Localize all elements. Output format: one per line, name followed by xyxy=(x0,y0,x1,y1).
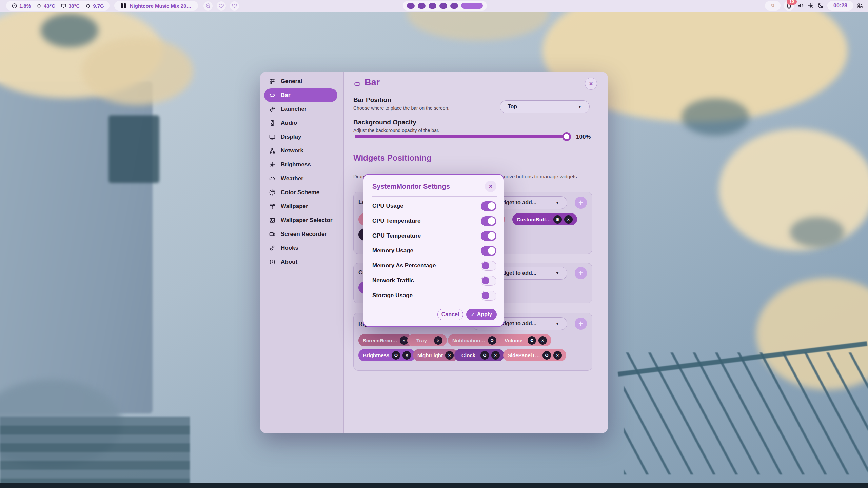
toggle-knob xyxy=(482,277,489,284)
right-widget-add-button[interactable]: + xyxy=(575,318,587,330)
chip-remove-button[interactable]: × xyxy=(400,336,408,345)
widget-chip-custombutton[interactable]: CustomButt… ⚙ × xyxy=(512,213,577,225)
page-title: Bar xyxy=(364,77,380,88)
workspace-dot[interactable] xyxy=(429,3,436,9)
workspace-dot[interactable] xyxy=(407,3,415,9)
skull-button[interactable] xyxy=(203,1,213,11)
widget-chip-tray[interactable]: Tray × xyxy=(407,334,447,346)
widget-chip-clock[interactable]: Clock ⚙ × xyxy=(454,349,504,361)
media-player-module[interactable]: Nightcore Music Mix 20… xyxy=(114,1,198,11)
background-opacity-description: Adjust the background opacity of the bar… xyxy=(353,128,439,133)
workspaces-module[interactable] xyxy=(403,1,487,11)
like-button[interactable] xyxy=(230,1,239,11)
bar-position-dropdown[interactable]: Top ▼ xyxy=(500,100,590,113)
tray-app-module[interactable] xyxy=(765,1,781,11)
left-widget-add-button[interactable]: + xyxy=(575,197,587,209)
chip-remove-button[interactable]: × xyxy=(538,336,547,345)
close-icon: × xyxy=(541,338,544,343)
sidebar-item-brightness[interactable]: Brightness xyxy=(264,158,337,171)
chip-settings-button[interactable]: ⚙ xyxy=(542,351,551,360)
sidebar-item-launcher[interactable]: Launcher xyxy=(264,102,337,116)
apply-button[interactable]: ✓ Apply xyxy=(466,309,497,320)
widgets-positioning-title: Widgets Positioning xyxy=(353,153,431,163)
sidebar-item-screen-recorder[interactable]: Screen Recorder xyxy=(264,227,337,241)
opacity-slider-knob[interactable] xyxy=(562,132,571,141)
memory-usage-toggle[interactable] xyxy=(481,246,496,256)
clock-value: 00:28 xyxy=(833,3,847,9)
toggle-row-gpu-temperature: GPU Temperature xyxy=(372,231,496,241)
chip-remove-button[interactable]: × xyxy=(553,351,562,360)
background-opacity-label: Background Opacity xyxy=(353,119,416,126)
pause-icon xyxy=(121,3,126,8)
chip-label: Notification… xyxy=(452,338,486,343)
window-close-button[interactable]: × xyxy=(585,78,597,90)
settings-sidebar: General Bar Launcher Audio Display Netwo… xyxy=(260,72,344,433)
chip-settings-button[interactable]: ⚙ xyxy=(392,351,400,360)
gpu-temperature-toggle[interactable] xyxy=(481,231,496,241)
dashboard-button[interactable] xyxy=(857,3,863,9)
sidebar-item-wallpaper[interactable]: Wallpaper xyxy=(264,200,337,213)
sidebar-item-general[interactable]: General xyxy=(264,75,337,88)
opacity-value: 100% xyxy=(576,134,591,140)
widget-chip-brightness[interactable]: Brightness ⚙ × xyxy=(358,349,415,361)
opacity-slider[interactable] xyxy=(355,135,570,138)
notifications-button[interactable]: 10 xyxy=(784,1,794,11)
widget-chip-sidepanel[interactable]: SidePanelT… ⚙ × xyxy=(503,349,566,361)
cpu-temperature-toggle[interactable] xyxy=(481,216,496,226)
memory-as-percentage-toggle[interactable] xyxy=(481,261,496,271)
volume-button[interactable] xyxy=(797,2,804,9)
night-light-button[interactable] xyxy=(817,2,824,9)
cancel-button[interactable]: Cancel xyxy=(437,309,463,320)
workspace-dot[interactable] xyxy=(439,3,447,9)
skull-icon xyxy=(205,3,211,8)
workspace-active-indicator[interactable] xyxy=(461,3,483,9)
chip-remove-button[interactable]: × xyxy=(564,215,573,224)
widget-chip-volume[interactable]: Volume ⚙ × xyxy=(497,334,551,346)
sidebar-item-audio[interactable]: Audio xyxy=(264,116,337,130)
chip-settings-button[interactable]: ⚙ xyxy=(528,336,536,345)
system-stats-module[interactable]: 1.8% 43°C 38°C 9.7G xyxy=(6,1,110,11)
systemmonitor-settings-dialog: SystemMonitor Settings × CPU Usage CPU T… xyxy=(363,174,504,327)
chip-settings-button[interactable]: ⚙ xyxy=(480,351,489,360)
sidebar-item-hooks[interactable]: Hooks xyxy=(264,241,337,255)
sidebar-item-wallpaper-selector[interactable]: Wallpaper Selector xyxy=(264,214,337,227)
sidebar-label: Bar xyxy=(281,92,290,99)
sidebar-item-display[interactable]: Display xyxy=(264,130,337,144)
workspace-dot[interactable] xyxy=(450,3,458,9)
gauge-icon xyxy=(12,3,17,9)
sun-icon xyxy=(808,3,814,9)
cpu-usage-toggle[interactable] xyxy=(481,201,496,211)
chip-label: NightLight xyxy=(417,352,443,358)
chip-remove-button[interactable]: × xyxy=(491,351,500,360)
sidebar-item-color-scheme[interactable]: Color Scheme xyxy=(264,186,337,199)
close-icon: × xyxy=(494,353,497,358)
bar-position-label: Bar Position xyxy=(353,96,391,104)
widget-chip-nightlight[interactable]: NightLight × xyxy=(413,349,458,361)
center-widget-add-button[interactable]: + xyxy=(575,267,587,279)
favorite-button[interactable] xyxy=(217,1,226,11)
sidebar-item-bar[interactable]: Bar xyxy=(264,88,337,102)
sidebar-item-about[interactable]: About xyxy=(264,255,337,269)
wallpaper-bottom-shadow xyxy=(0,483,868,488)
toggle-label: GPU Temperature xyxy=(372,232,421,239)
info-icon xyxy=(269,259,276,265)
chip-remove-button[interactable]: × xyxy=(402,351,411,360)
top-bar: 1.8% 43°C 38°C 9.7G Nightcore Music Mix … xyxy=(0,0,868,12)
chip-remove-button[interactable]: × xyxy=(445,351,454,360)
chip-settings-button[interactable]: ⚙ xyxy=(488,336,496,345)
sidebar-item-weather[interactable]: Weather xyxy=(264,172,337,185)
network-traffic-toggle[interactable] xyxy=(481,276,496,286)
chip-remove-button[interactable]: × xyxy=(434,336,442,345)
widget-chip-screenrecorder[interactable]: ScreenReco… × xyxy=(358,334,413,346)
bar-pill-icon xyxy=(353,80,361,88)
brightness-button[interactable] xyxy=(808,3,814,9)
paint-roller-icon xyxy=(269,203,276,210)
workspace-dot[interactable] xyxy=(418,3,426,9)
sidebar-item-network[interactable]: Network xyxy=(264,144,337,158)
chip-settings-button[interactable]: ⚙ xyxy=(553,215,562,224)
storage-usage-toggle[interactable] xyxy=(481,291,496,301)
sidebar-label: General xyxy=(281,78,302,85)
chip-label: Volume xyxy=(502,338,525,343)
clock-module[interactable]: 00:28 xyxy=(827,1,853,11)
dialog-close-button[interactable]: × xyxy=(485,181,496,192)
